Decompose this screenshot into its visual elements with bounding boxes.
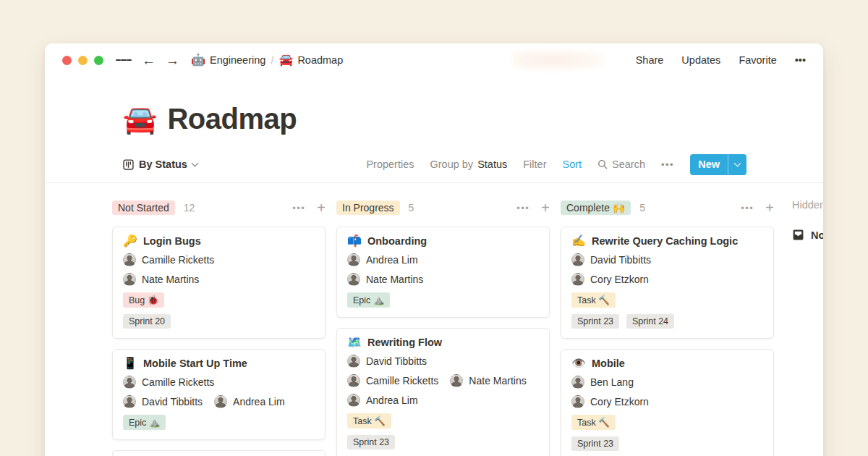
page-title[interactable]: Roadmap	[167, 103, 297, 135]
titlebar-action-updates[interactable]: Updates	[681, 54, 720, 66]
titlebar-action-favorite[interactable]: Favorite	[739, 54, 776, 66]
card-title: Mobile	[592, 358, 625, 369]
card-title-row: 📱Mobile Start Up Time	[123, 358, 315, 369]
person-name: Ben Lang	[590, 376, 634, 388]
person-name: Nate Martins	[366, 274, 423, 285]
card-tag-row: Epic ⛰️	[123, 415, 315, 430]
board-card-mobile[interactable]: 👁️MobileBen LangCory EtzkornTask 🔨Sprint…	[561, 349, 774, 456]
zoom-window-button[interactable]	[94, 56, 103, 65]
person-name: David Tibbitts	[366, 355, 427, 367]
page-name: Roadmap	[297, 54, 343, 66]
card-icon: 🔑	[123, 235, 137, 247]
card-title: Mobile Start Up Time	[143, 358, 247, 369]
workspace-name: Engineering	[210, 54, 265, 66]
card-tag-row: Sprint 23Sprint 24	[571, 314, 763, 329]
toolbar-item-filter[interactable]: Filter	[523, 159, 546, 170]
toolbar-item-label: •••	[661, 159, 674, 170]
column-more-icon[interactable]: •••	[292, 203, 305, 214]
card-person-row: David TibbittsAndrea Lim	[123, 395, 315, 408]
tag-task: Task 🔨	[571, 292, 616, 308]
board-card-login-bugs[interactable]: 🔑Login BugsCamille RickettsNate MartinsB…	[112, 227, 326, 339]
board-card-rewrite-query-caching-logic[interactable]: ✍️Rewrite Query Caching LogicDavid Tibbi…	[561, 227, 774, 339]
new-dropdown-button[interactable]	[728, 154, 746, 175]
card-icon: 👁️	[571, 358, 586, 369]
breadcrumb-workspace[interactable]: 🤖 Engineering	[191, 54, 265, 66]
column-more-icon[interactable]: •••	[741, 203, 754, 214]
avatar	[347, 355, 360, 368]
breadcrumb: 🤖 Engineering / 🚘 Roadmap	[191, 54, 343, 66]
column-cards: 📫OnboardingAndrea LimNate MartinsEpic ⛰️…	[336, 227, 550, 456]
column-actions: •••+	[516, 200, 550, 215]
column-header: Complete 🙌5•••+	[561, 198, 774, 218]
card-tag-row: Task 🔨	[571, 292, 763, 308]
toolbar-item-group-by-status[interactable]: Group by Status	[430, 159, 507, 170]
search-icon	[597, 159, 608, 169]
person-name: Cory Etzkorn	[590, 274, 649, 285]
card-title: Rewrite Query Caching Logic	[592, 235, 738, 247]
sidebar-menu-icon[interactable]	[116, 58, 132, 63]
card-title-row: ✍️Rewrite Query Caching Logic	[571, 235, 763, 247]
card-title-row: 🔑Login Bugs	[123, 235, 315, 247]
board-card-onboarding[interactable]: 📫OnboardingAndrea LimNate MartinsEpic ⛰️	[336, 227, 550, 318]
new-button[interactable]: New	[690, 154, 746, 175]
app-window: ← → 🤖 Engineering / 🚘 Roadmap ShareUpdat…	[45, 43, 823, 456]
column-cards: 🔑Login BugsCamille RickettsNate MartinsB…	[112, 227, 326, 456]
column-status-pill[interactable]: In Progress	[336, 200, 400, 215]
column-add-icon[interactable]: +	[541, 200, 550, 215]
breadcrumb-page[interactable]: 🚘 Roadmap	[278, 54, 343, 66]
board-card-mobile-start-up-time[interactable]: 📱Mobile Start Up TimeCamille RickettsDav…	[112, 349, 326, 440]
person-name: Nate Martins	[469, 375, 526, 387]
page-header: 🚘 Roadmap	[123, 103, 746, 135]
board-card-error-codes[interactable]: ‼️Error Codes	[112, 450, 326, 456]
view-toolbar: By Status PropertiesGroup by StatusFilte…	[123, 153, 746, 176]
toolbar-item-properties[interactable]: Properties	[366, 159, 414, 170]
column-actions: •••+	[741, 200, 774, 215]
avatar	[123, 273, 136, 286]
redacted-blur	[512, 50, 605, 70]
card-icon: 🗺️	[347, 337, 362, 348]
tag-sprint-24: Sprint 24	[626, 314, 674, 329]
forward-arrow-icon[interactable]: →	[166, 54, 179, 67]
close-window-button[interactable]	[62, 56, 72, 65]
column-status-pill[interactable]: Complete 🙌	[561, 200, 631, 215]
card-person-row: Cory Etzkorn	[571, 273, 763, 286]
column-cards: ✍️Rewrite Query Caching LogicDavid Tibbi…	[561, 227, 774, 456]
person-david-tibbitts: David Tibbitts	[123, 395, 203, 408]
person-cory-etzkorn: Cory Etzkorn	[571, 273, 649, 286]
person-name: Andrea Lim	[366, 394, 418, 406]
breadcrumb-separator: /	[271, 54, 273, 66]
toolbar-item-label-strong: Status	[477, 159, 507, 170]
page-icon-small: 🚘	[278, 54, 293, 66]
titlebar-action-share[interactable]: Share	[636, 54, 664, 66]
view-switcher[interactable]: By Status	[123, 159, 197, 170]
card-person-row: Nate Martins	[123, 273, 315, 286]
toolbar-item-sort[interactable]: Sort	[562, 159, 582, 170]
card-tag-row: Task 🔨	[347, 413, 539, 428]
column-add-icon[interactable]: +	[765, 200, 774, 215]
page-icon[interactable]: 🚘	[123, 106, 157, 133]
kanban-board: Not Started12•••+🔑Login BugsCamille Rick…	[45, 183, 823, 456]
person-andrea-lim: Andrea Lim	[347, 394, 418, 407]
person-nate-martins: Nate Martins	[347, 273, 423, 286]
card-tag-row: Sprint 23	[571, 436, 763, 451]
more-options-icon[interactable]: •••	[795, 54, 806, 66]
board-card-rewriting-flow[interactable]: 🗺️Rewriting FlowDavid TibbittsCamille Ri…	[336, 328, 550, 456]
hidden-group-no-status[interactable]: No	[785, 229, 823, 241]
back-arrow-icon[interactable]: ←	[142, 54, 156, 67]
avatar	[347, 273, 360, 286]
person-name: Andrea Lim	[233, 396, 285, 408]
minimize-window-button[interactable]	[78, 56, 88, 65]
person-name: Camille Ricketts	[366, 375, 438, 387]
card-person-row: David Tibbitts	[347, 355, 539, 368]
column-add-icon[interactable]: +	[317, 200, 326, 215]
toolbar-more-icon[interactable]: •••	[661, 159, 674, 170]
tag-task: Task 🔨	[571, 415, 616, 430]
toolbar-item-search[interactable]: Search	[597, 159, 645, 170]
hidden-group-label: No	[811, 229, 823, 241]
person-andrea-lim: Andrea Lim	[214, 395, 285, 408]
column-status-pill[interactable]: Not Started	[112, 200, 175, 215]
chevron-down-icon	[734, 160, 741, 167]
column-more-icon[interactable]: •••	[516, 203, 529, 214]
card-person-row: Camille RickettsNate Martins	[347, 374, 539, 387]
card-tag-row: Sprint 23	[347, 435, 539, 449]
